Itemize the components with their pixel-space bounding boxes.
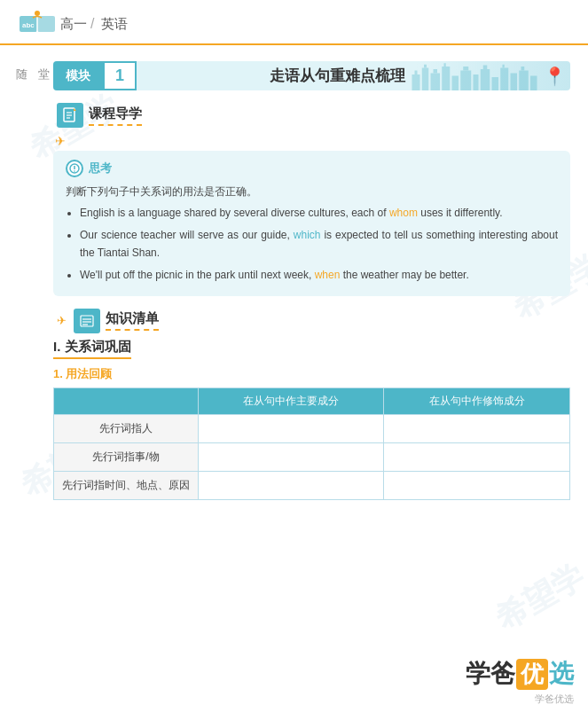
svg-rect-21 <box>503 65 505 68</box>
section2-header-row: ✈ 知识清单 <box>53 309 570 333</box>
footer-brand: 学爸 优 选 学爸优选 <box>466 657 574 706</box>
table-cell-2-0: 先行词指时间、地点、原因 <box>54 471 199 499</box>
think-item-1: English is a language shared by several … <box>80 204 558 222</box>
table-cell-1-2 <box>384 442 570 471</box>
svg-rect-11 <box>442 67 450 90</box>
svg-point-33 <box>74 170 75 172</box>
svg-rect-17 <box>481 69 490 90</box>
svg-rect-7 <box>422 68 429 91</box>
table-header-2: 在从句中作修饰成分 <box>384 387 570 414</box>
think-item-3: We'll put off the picnic in the park unt… <box>80 266 558 284</box>
table-row: 先行词指事/物 <box>54 442 570 471</box>
list-icon <box>79 313 95 329</box>
think-title: 思考 <box>89 160 112 176</box>
think-block: 思考 判断下列句子中关系词的用法是否正确。 English is a langu… <box>53 151 570 296</box>
think-list: English is a language shared by several … <box>66 204 558 284</box>
think-intro: 判断下列句子中关系词的用法是否正确。 <box>66 183 558 200</box>
section2-label: 知识清单 <box>106 310 159 331</box>
section1-icon-box <box>57 103 83 128</box>
table-cell-0-1 <box>198 414 384 442</box>
section2-icon-box <box>74 309 100 333</box>
think-item-1-highlight: whom <box>389 207 418 219</box>
usage-table: 在从句中作主要成分 在从句中作修饰成分 先行词指人 先行词指事/物 <box>53 387 570 500</box>
main-content: 模块 1 走语从句重难点梳理 📍 课程导学 ✈ <box>0 45 588 509</box>
think-item-2-before: Our science teacher will serve as our gu… <box>80 229 294 241</box>
think-item-1-after: uses it differently. <box>418 207 503 219</box>
svg-rect-13 <box>452 76 459 91</box>
think-item-3-after: the weather may be better. <box>340 269 468 281</box>
document-icon <box>62 107 78 123</box>
table-cell-1-1 <box>198 442 384 471</box>
svg-rect-9 <box>431 74 441 91</box>
table-header-row: 在从句中作主要成分 在从句中作修饰成分 <box>54 387 570 414</box>
part-title: I. 关系词巩固 <box>53 339 131 359</box>
svg-rect-24 <box>521 67 525 71</box>
city-skyline-decoration <box>405 61 538 90</box>
think-content: 判断下列句子中关系词的用法是否正确。 English is a language… <box>66 183 558 284</box>
think-item-2: Our science teacher will serve as our gu… <box>80 226 558 262</box>
think-item-1-before: English is a language shared by several … <box>80 207 389 219</box>
table-header-0 <box>54 387 199 414</box>
part-block: I. 关系词巩固 1. 用法回顾 在从句中作主要成分 在从句中作修饰成分 先行词… <box>53 339 570 500</box>
svg-rect-23 <box>519 71 529 91</box>
table-cell-0-0: 先行词指人 <box>54 414 199 442</box>
header-divider: / <box>90 16 94 32</box>
module-pin-icon: 📍 <box>538 61 570 90</box>
brand-you: 优 <box>516 659 548 690</box>
module-tag: 模块 <box>53 61 103 90</box>
svg-rect-20 <box>500 68 508 91</box>
grade-label: 高一 <box>60 16 87 33</box>
section1-header-row: 课程导学 <box>53 103 570 128</box>
think-item-2-highlight: which <box>294 229 321 241</box>
svg-rect-25 <box>530 76 537 91</box>
svg-rect-10 <box>434 69 438 74</box>
svg-rect-12 <box>444 63 446 67</box>
table-header-1: 在从句中作主要成分 <box>198 387 384 414</box>
table-cell-2-1 <box>198 471 384 499</box>
part-sub-title: 1. 用法回顾 <box>53 366 570 382</box>
svg-rect-5 <box>412 74 420 90</box>
svg-rect-1 <box>37 16 55 32</box>
think-item-3-before: We'll put off the picnic in the park unt… <box>80 269 315 281</box>
brand-xue-ba: 学爸 <box>466 657 515 691</box>
logo-area: abc <box>18 9 57 39</box>
svg-rect-19 <box>492 77 499 90</box>
svg-point-4 <box>35 11 40 16</box>
brand-xuan: 选 <box>549 657 574 691</box>
svg-rect-6 <box>415 71 418 75</box>
think-circle-icon <box>66 160 83 177</box>
subject-label: 英语 <box>101 16 128 33</box>
footer-brand-main: 学爸 优 选 <box>466 657 574 691</box>
think-item-3-highlight: when <box>315 269 341 281</box>
table-cell-0-2 <box>384 414 570 442</box>
logo-icon: abc <box>18 9 57 39</box>
watermark-4: 希望学 <box>488 555 588 640</box>
module-number: 1 <box>103 61 137 90</box>
table-row: 先行词指人 <box>54 414 570 442</box>
plane-decoration: ✈ <box>55 133 570 149</box>
header: abc 高一 / 英语 <box>0 0 588 45</box>
table-row: 先行词指时间、地点、原因 <box>54 471 570 499</box>
section1-label: 课程导学 <box>89 106 142 126</box>
knowledge-section: ✈ 知识清单 I. 关系词巩固 1. 用法回顾 在从句中作主 <box>53 309 570 500</box>
table-cell-2-2 <box>384 471 570 499</box>
svg-rect-14 <box>460 71 471 91</box>
think-header: 思考 <box>66 160 558 177</box>
footer-brand-sub: 学爸优选 <box>535 693 574 706</box>
svg-rect-16 <box>474 74 479 90</box>
svg-text:abc: abc <box>22 21 35 29</box>
svg-rect-8 <box>424 65 427 68</box>
module-bar: 模块 1 走语从句重难点梳理 📍 <box>53 61 570 90</box>
table-cell-1-0: 先行词指事/物 <box>54 442 199 471</box>
svg-rect-22 <box>511 74 518 91</box>
svg-rect-15 <box>463 67 468 71</box>
svg-rect-18 <box>483 66 488 70</box>
